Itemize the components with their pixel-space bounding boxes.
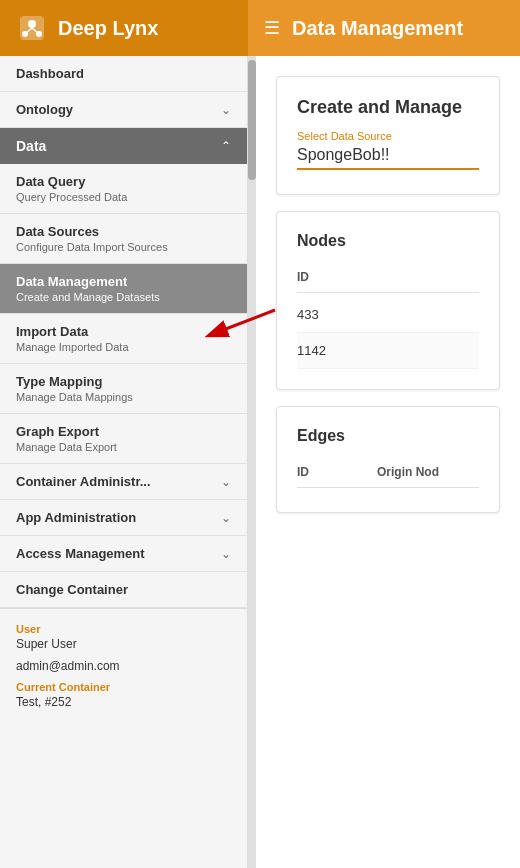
sidebar-item-access-management[interactable]: Access Management ⌄ [0,536,247,572]
edges-card: Edges ID Origin Nod [276,406,500,513]
user-email: admin@admin.com [16,659,231,673]
sidebar-item-change-container[interactable]: Change Container [0,572,247,608]
sidebar-item-ontology-label: Ontology [16,102,73,117]
app-header: Deep Lynx ☰ Data Management [0,0,520,56]
sidebar-item-data-management[interactable]: Data Management Create and Manage Datase… [0,264,247,314]
user-label: User [16,623,231,635]
nodes-card: Nodes ID 433 1142 [276,211,500,390]
node-id-1: 433 [297,307,377,322]
sidebar-item-data-management-subtitle: Create and Manage Datasets [16,291,160,303]
content-area: Create and Manage Select Data Source Spo… [256,56,520,868]
edges-table-header: ID Origin Nod [297,457,479,488]
edges-col-origin: Origin Nod [377,465,479,479]
sidebar-wrapper: Dashboard Ontology ⌄ Data ⌃ Data Query Q… [0,56,256,868]
page-title: Data Management [292,17,463,40]
nodes-section-title: Nodes [297,232,479,250]
app-logo-icon [16,12,48,44]
select-value[interactable]: SpongeBob!! [297,146,479,170]
svg-point-1 [28,20,36,28]
sidebar-item-type-mapping[interactable]: Type Mapping Manage Data Mappings [0,364,247,414]
chevron-down-icon: ⌄ [221,103,231,117]
sidebar-header: Deep Lynx [0,0,248,56]
sidebar-item-graph-export-label: Graph Export [16,424,117,439]
table-row: 1142 [297,333,479,369]
main-layout: Dashboard Ontology ⌄ Data ⌃ Data Query Q… [0,56,520,868]
sidebar-item-container-admin[interactable]: Container Administr... ⌄ [0,464,247,500]
sidebar-item-data-query[interactable]: Data Query Query Processed Data [0,164,247,214]
sidebar-item-data-management-label: Data Management [16,274,160,289]
sidebar-section-data-label: Data [16,138,46,154]
scrollbar[interactable] [248,56,256,868]
scroll-thumb[interactable] [248,60,256,180]
hamburger-icon[interactable]: ☰ [264,17,280,39]
sidebar-item-app-admin[interactable]: App Administration ⌄ [0,500,247,536]
sidebar: Dashboard Ontology ⌄ Data ⌃ Data Query Q… [0,56,248,868]
sidebar-item-type-mapping-subtitle: Manage Data Mappings [16,391,133,403]
sidebar-section-data[interactable]: Data ⌃ [0,128,247,164]
select-label: Select Data Source [297,130,479,142]
sidebar-item-app-admin-label: App Administration [16,510,136,525]
nodes-col-id: ID [297,270,377,284]
container-label: Current Container [16,681,231,693]
chevron-down-icon: ⌄ [221,475,231,489]
sidebar-item-container-admin-label: Container Administr... [16,474,151,489]
sidebar-item-graph-export-subtitle: Manage Data Export [16,441,117,453]
sidebar-item-dashboard[interactable]: Dashboard [0,56,247,92]
sidebar-footer: User Super User admin@admin.com Current … [0,608,247,731]
app-name: Deep Lynx [58,17,158,40]
sidebar-item-graph-export[interactable]: Graph Export Manage Data Export [0,414,247,464]
sidebar-item-data-query-label: Data Query [16,174,127,189]
sidebar-item-data-query-subtitle: Query Processed Data [16,191,127,203]
page-header: ☰ Data Management [248,0,520,56]
sidebar-item-data-sources-label: Data Sources [16,224,168,239]
container-value: Test, #252 [16,695,231,709]
card-title: Create and Manage [297,97,479,118]
chevron-down-icon: ⌄ [221,547,231,561]
edges-section-title: Edges [297,427,479,445]
sidebar-item-change-container-label: Change Container [16,582,128,597]
chevron-up-icon: ⌃ [221,139,231,153]
sidebar-item-import-data-subtitle: Manage Imported Data [16,341,129,353]
sidebar-item-ontology[interactable]: Ontology ⌄ [0,92,247,128]
edges-col-id: ID [297,465,377,479]
create-manage-card: Create and Manage Select Data Source Spo… [276,76,500,195]
user-role: Super User [16,637,231,651]
chevron-down-icon: ⌄ [221,511,231,525]
sidebar-item-dashboard-label: Dashboard [16,66,84,81]
table-row: 433 [297,297,479,333]
sidebar-item-import-data[interactable]: Import Data Manage Imported Data [0,314,247,364]
sidebar-item-type-mapping-label: Type Mapping [16,374,133,389]
node-id-2: 1142 [297,343,377,358]
sidebar-item-import-data-label: Import Data [16,324,129,339]
sidebar-item-data-sources[interactable]: Data Sources Configure Data Import Sourc… [0,214,247,264]
sidebar-item-access-management-label: Access Management [16,546,145,561]
nodes-table-header: ID [297,262,479,293]
sidebar-item-data-sources-subtitle: Configure Data Import Sources [16,241,168,253]
